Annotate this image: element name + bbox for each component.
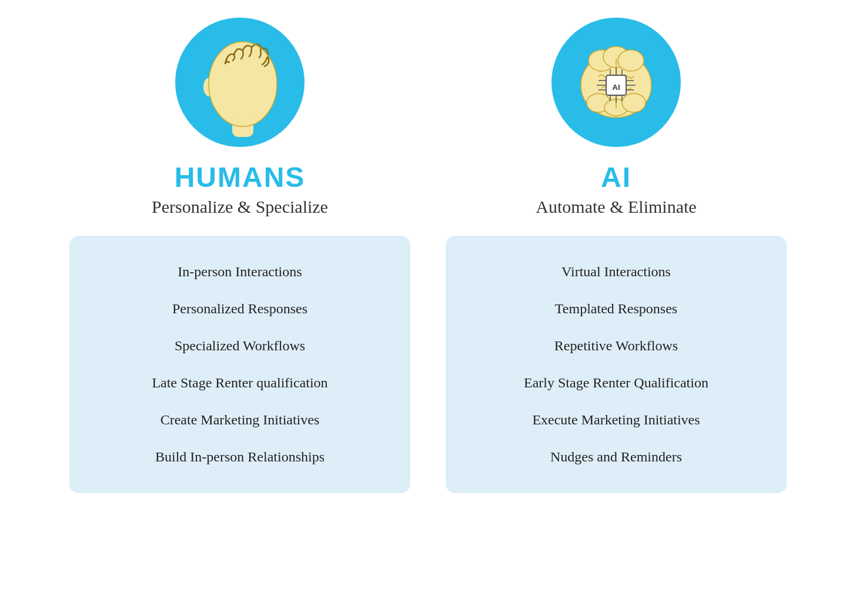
list-item: Nudges and Reminders <box>469 438 763 476</box>
list-item: Virtual Interactions <box>469 253 763 290</box>
humans-column: HUMANS Personalize & Specialize In-perso… <box>69 18 410 493</box>
svg-text:AI: AI <box>613 83 620 92</box>
list-item: Personalized Responses <box>93 290 387 327</box>
svg-point-7 <box>618 50 644 71</box>
svg-point-10 <box>622 93 646 112</box>
ai-brain-icon: AI <box>566 32 666 132</box>
list-item: Early Stage Renter Qualification <box>469 364 763 401</box>
list-item: Execute Marketing Initiatives <box>469 401 763 438</box>
list-item: Templated Responses <box>469 290 763 327</box>
ai-subtitle: Automate & Eliminate <box>536 197 696 217</box>
humans-list-box: In-person Interactions Personalized Resp… <box>69 236 410 493</box>
ai-title: AI <box>601 161 631 193</box>
human-head-icon <box>193 28 287 137</box>
humans-subtitle: Personalize & Specialize <box>152 197 328 217</box>
page-container: HUMANS Personalize & Specialize In-perso… <box>35 18 821 493</box>
list-item: In-person Interactions <box>93 253 387 290</box>
columns-layout: HUMANS Personalize & Specialize In-perso… <box>35 18 821 493</box>
svg-rect-1 <box>232 119 253 137</box>
list-item: Late Stage Renter qualification <box>93 364 387 401</box>
humans-title: HUMANS <box>175 161 306 193</box>
ai-column: AI AI Automate & Eliminate Virtual Inter… <box>446 18 787 493</box>
list-item: Create Marketing Initiatives <box>93 401 387 438</box>
humans-icon-circle <box>175 18 305 147</box>
list-item: Repetitive Workflows <box>469 327 763 364</box>
list-item: Specialized Workflows <box>93 327 387 364</box>
list-item: Build In-person Relationships <box>93 438 387 476</box>
ai-icon-circle: AI <box>551 18 681 147</box>
ai-list-box: Virtual Interactions Templated Responses… <box>446 236 787 493</box>
